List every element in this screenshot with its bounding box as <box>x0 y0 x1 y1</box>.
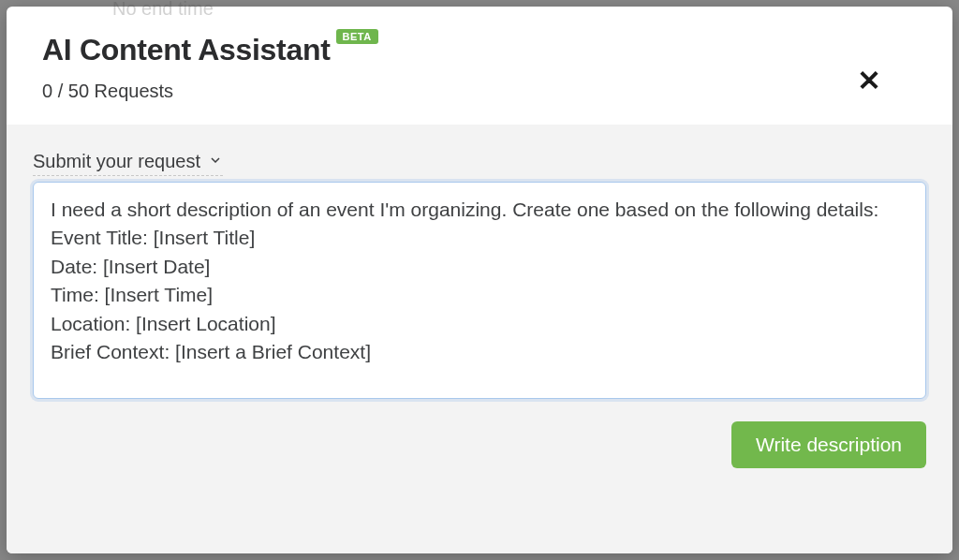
request-section-toggle[interactable]: Submit your request <box>33 151 223 176</box>
modal-header: AI Content Assistant BETA 0 / 50 Request… <box>7 7 952 125</box>
write-description-button[interactable]: Write description <box>731 421 926 468</box>
requests-counter: 0 / 50 Requests <box>42 81 917 102</box>
close-icon <box>857 78 881 94</box>
modal-overlay: No end time AI Content Assistant BETA 0 … <box>0 0 959 560</box>
modal-title: AI Content Assistant BETA <box>42 33 331 67</box>
chevron-down-icon <box>208 153 223 171</box>
request-textarea[interactable] <box>33 182 926 399</box>
ai-content-assistant-modal: AI Content Assistant BETA 0 / 50 Request… <box>7 7 952 553</box>
title-row: AI Content Assistant BETA <box>42 33 917 67</box>
action-row: Write description <box>33 421 926 468</box>
request-section-label: Submit your request <box>33 151 200 172</box>
beta-badge: BETA <box>336 29 378 44</box>
modal-title-text: AI Content Assistant <box>42 33 331 66</box>
close-button[interactable] <box>857 66 881 95</box>
modal-body: Submit your request Write description <box>7 125 952 553</box>
